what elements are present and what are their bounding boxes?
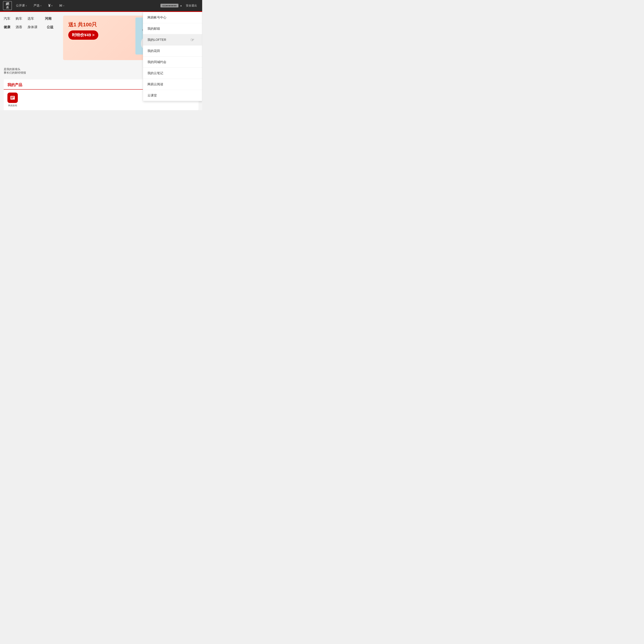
nav-car[interactable]: 汽车	[4, 16, 10, 21]
dropdown-my-tongcheng[interactable]: 我的同城约会	[143, 57, 202, 68]
chevron-down-icon: ∨	[26, 5, 27, 7]
news-app-icon	[10, 95, 16, 101]
nav-buy-car[interactable]: 购车	[16, 16, 22, 21]
nav-henan[interactable]: 河南	[45, 16, 52, 21]
dropdown-my-mailbox[interactable]: 我的邮箱	[143, 23, 202, 34]
svg-rect-1	[11, 97, 14, 97]
nav-logout-button[interactable]: 安全退出	[184, 3, 199, 9]
info-link-finance[interactable]: 事长们的财经情报	[4, 71, 26, 75]
nav-wine[interactable]: 酒香	[16, 25, 22, 29]
left-nav-row-1: 汽车 购车 选车 河南	[4, 16, 56, 21]
left-sidebar-nav: 汽车 购车 选车 河南 健康 酒香 身体课 公益	[0, 12, 59, 64]
product-news-label: 网易新闻	[8, 104, 17, 107]
nav-open-courses[interactable]: 公开课 ∨	[13, 3, 29, 9]
nav-finance[interactable]: ¥ ∨	[46, 2, 55, 9]
product-news-icon	[7, 93, 18, 103]
chevron-down-icon: ∨	[40, 5, 42, 7]
product-item-news[interactable]: 网易新闻	[7, 93, 18, 107]
svg-rect-3	[11, 98, 13, 98]
cursor-hand-icon: ☞	[190, 37, 195, 42]
netease-logo[interactable]: 網易	[3, 1, 12, 10]
nav-health[interactable]: 健康	[4, 25, 10, 29]
nav-username-blur: wa●●●●●●●	[160, 4, 178, 7]
nav-body-class[interactable]: 身体课	[27, 25, 37, 29]
nav-choose-car[interactable]: 选车	[27, 16, 34, 21]
top-nav-bar: 網易 公开课 ∨ 严选 ∨ ¥ ∨ ✉ ∨ wa●●●●●●● ▲ 安全退出	[0, 0, 202, 11]
dropdown-my-lofter[interactable]: 我的LOFTER ☞	[143, 34, 202, 45]
dropdown-cloud-reading[interactable]: 网易云阅读	[143, 79, 202, 90]
dropdown-yun-class[interactable]: 云课堂	[143, 90, 202, 101]
nav-charity[interactable]: 公益	[47, 25, 53, 29]
chevron-down-icon: ∨	[63, 5, 64, 7]
svg-rect-2	[11, 97, 14, 98]
info-link-wallhead[interactable]: 是我的新墙头	[4, 68, 26, 71]
info-links-left: 是我的新墙头 事长们的财经情报	[4, 68, 26, 75]
page-wrapper: 網易 公开课 ∨ 严选 ∨ ¥ ∨ ✉ ∨ wa●●●●●●● ▲ 安全退出	[0, 0, 202, 110]
dropdown-my-huatian[interactable]: 我的花田	[143, 45, 202, 57]
user-menu-caret[interactable]: ▲	[180, 4, 182, 7]
banner-price-button[interactable]: 时特价¥49 >	[68, 30, 98, 40]
dropdown-account-center[interactable]: 网易帐号中心	[143, 12, 202, 23]
chevron-down-icon: ∨	[51, 5, 52, 7]
nav-yanxuan[interactable]: 严选 ∨	[31, 3, 44, 9]
user-dropdown-menu: 网易帐号中心 我的邮箱 我的LOFTER ☞ 我的花田 我的同城约会 我的云笔记…	[143, 12, 202, 101]
products-title: 我的产品	[7, 82, 22, 89]
nav-mail[interactable]: ✉ ∨	[57, 2, 67, 9]
left-nav-row-2: 健康 酒香 身体课 公益	[4, 25, 56, 29]
dropdown-my-yunbiji[interactable]: 我的云笔记	[143, 68, 202, 79]
